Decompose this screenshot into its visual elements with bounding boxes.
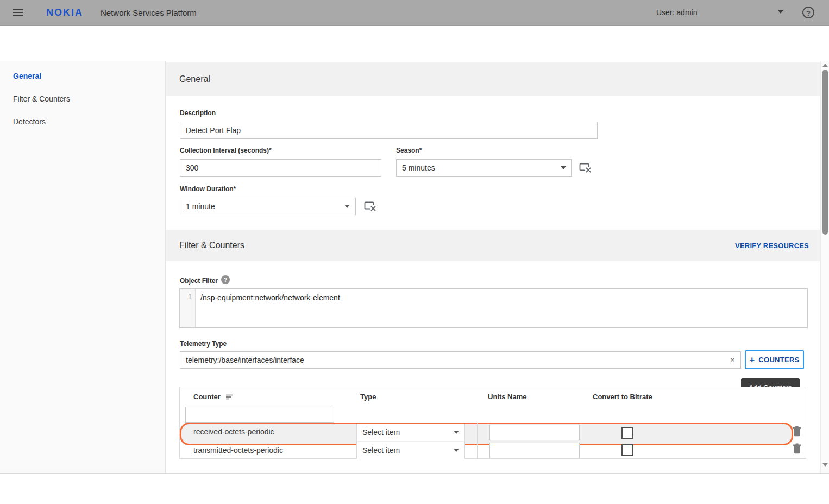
chevron-down-icon — [454, 449, 459, 452]
scroll-up-icon[interactable] — [822, 64, 828, 67]
column-divider — [477, 442, 478, 459]
counters-table: Counter Type Units Name Convert to Bitra… — [179, 387, 806, 459]
delete-row-trash-icon[interactable] — [793, 443, 801, 454]
help-icon[interactable]: ? — [802, 7, 814, 18]
editor-gutter: 1 — [180, 289, 196, 327]
user-menu-label[interactable]: User: admin — [656, 8, 697, 17]
description-field[interactable] — [180, 122, 598, 139]
season-select-value: 5 minutes — [402, 163, 435, 172]
collection-interval-label: Collection Interval (seconds)* — [180, 147, 272, 154]
column-divider — [477, 423, 478, 442]
chevron-down-icon — [454, 431, 459, 434]
sort-icon[interactable] — [226, 394, 234, 400]
general-section-header: General — [166, 62, 820, 96]
delete-row-trash-icon[interactable] — [793, 426, 801, 437]
object-filter-value: /nsp-equipment:network/network-element — [200, 293, 340, 302]
top-bar: NOKIA Network Services Platform User: ad… — [0, 0, 829, 26]
object-filter-editor[interactable]: 1 /nsp-equipment:network/network-element — [179, 288, 808, 328]
season-clear-selection-icon[interactable] — [579, 163, 592, 174]
row-units-name-input[interactable] — [489, 443, 580, 458]
vertical-scrollbar[interactable] — [820, 61, 829, 473]
hamburger-menu-icon[interactable] — [13, 9, 23, 16]
column-header-convert-to-bitrate: Convert to Bitrate — [593, 393, 652, 401]
general-section-title: General — [179, 74, 210, 84]
row-units-name-input[interactable] — [489, 425, 580, 440]
add-counters-button-label: COUNTERS — [758, 356, 799, 364]
sidebar-item-general[interactable]: General — [13, 72, 41, 80]
user-menu-caret-icon[interactable] — [778, 10, 783, 14]
window-duration-label: Window Duration* — [180, 185, 236, 193]
app-title: Network Services Platform — [101, 8, 197, 17]
telemetry-clear-icon[interactable]: × — [730, 356, 735, 364]
telemetry-type-label: Telemetry Type — [180, 340, 227, 348]
season-label: Season* — [396, 147, 422, 154]
season-select[interactable]: 5 minutes — [396, 159, 572, 177]
row-type-select[interactable]: Select item — [356, 424, 465, 441]
collection-interval-field[interactable] — [180, 159, 381, 177]
window-duration-select-value: 1 minute — [186, 202, 215, 211]
row-type-select-value: Select item — [362, 428, 400, 437]
window-duration-clear-selection-icon[interactable] — [364, 201, 377, 212]
object-filter-help-icon[interactable]: ? — [221, 275, 230, 284]
sidebar-item-filter-counters[interactable]: Filter & Counters — [13, 94, 70, 103]
scrollbar-thumb[interactable] — [822, 70, 828, 235]
chevron-down-icon — [561, 166, 566, 169]
window-duration-select[interactable]: 1 minute — [180, 198, 356, 215]
create-baselines-page: NOKIA Network Services Platform User: ad… — [0, 0, 829, 504]
row-bitrate-checkbox[interactable] — [621, 427, 633, 439]
telemetry-type-field[interactable]: telemetry:/base/interfaces/interface × — [180, 351, 741, 369]
column-header-counter: Counter — [193, 393, 221, 401]
sidebar-nav: General Filter & Counters Detectors — [0, 61, 166, 473]
sidebar-item-detectors[interactable]: Detectors — [13, 117, 46, 126]
editor-line-number: 1 — [188, 293, 192, 301]
plus-icon: + — [749, 355, 755, 364]
telemetry-type-value: telemetry:/base/interfaces/interface — [186, 356, 304, 364]
chevron-down-icon — [344, 205, 350, 208]
row-type-select-value: Select item — [362, 446, 400, 455]
modal-footer: CANCEL CREATE — [0, 473, 829, 504]
row-counter-name: received-octets-periodic — [193, 427, 274, 436]
object-filter-label: Object Filter — [180, 277, 218, 285]
filter-counters-section-title: Filter & Counters — [179, 241, 244, 250]
row-type-select[interactable]: Select item — [356, 442, 465, 459]
column-header-units-name: Units Name — [488, 393, 527, 401]
verify-resources-button[interactable]: VERIFY RESOURCES — [735, 242, 809, 250]
column-header-type: Type — [360, 393, 376, 401]
row-counter-name: transmitted-octets-periodic — [193, 446, 283, 455]
modal-header: Create Baselines × — [0, 26, 829, 61]
scroll-down-icon[interactable] — [822, 463, 828, 467]
add-counters-button[interactable]: + COUNTERS — [745, 350, 804, 369]
row-bitrate-checkbox[interactable] — [621, 444, 633, 456]
counter-filter-input[interactable] — [185, 407, 334, 423]
description-label: Description — [180, 109, 216, 117]
filter-counters-section-header: Filter & Counters VERIFY RESOURCES — [166, 230, 820, 261]
nokia-logo: NOKIA — [46, 7, 83, 18]
